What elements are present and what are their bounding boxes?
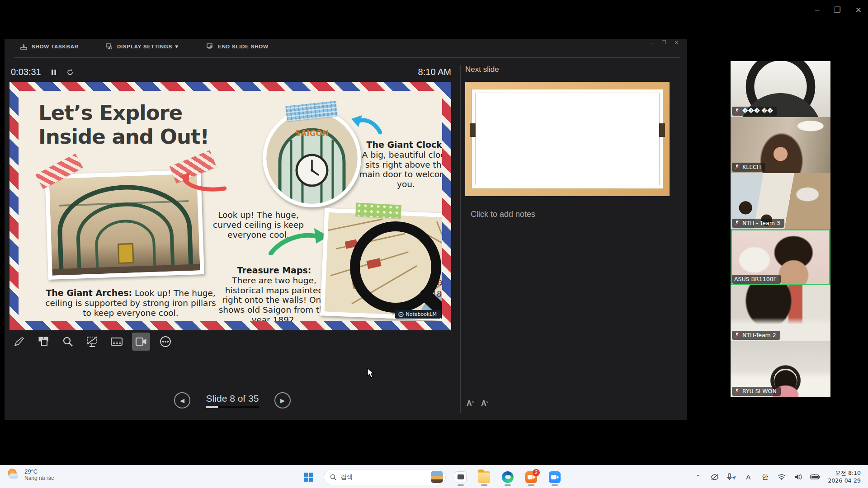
tray-time: 오전 8:10 [828,469,861,477]
next-slide-thumbnail[interactable] [465,82,670,196]
prev-arrow-icon: ◀ [180,397,184,404]
presenter-minimize-icon[interactable]: – [651,40,654,46]
ellipsis-icon [159,335,172,348]
frame-clip [470,123,476,137]
current-slide[interactable]: Let’s Explore Inside and Out! [9,82,451,330]
notebooklm-watermark: NotebookLM [395,310,441,319]
zoom-icon [549,471,561,483]
toolbar-separator [14,57,680,58]
presenter-close-icon[interactable]: ✕ [675,40,679,46]
folder-icon [478,471,490,483]
participant-video-tile[interactable]: RYU SI WON [731,341,830,397]
notebooklm-icon [398,312,404,317]
restart-timer-icon[interactable] [66,69,74,76]
search-placeholder: 검색 [340,473,427,481]
display-settings-label: DISPLAY SETTINGS ▼ [117,44,179,49]
mic-location-icon[interactable] [725,469,738,485]
ime-korean-indicator[interactable]: 한 [758,469,772,485]
windows-taskbar: 29°C Nắng rải rác 검색 [0,465,868,488]
do-not-disturb-icon[interactable] [708,469,722,485]
minimize-icon[interactable]: – [815,5,819,15]
clock-caption: The Giant Clock: A big, beautiful clock … [359,140,442,189]
next-slide-button[interactable]: ▶ [274,392,291,408]
participant-name: ASUS BR1100F [734,276,777,282]
subtitles-button[interactable] [108,333,126,351]
weather-widget[interactable]: 29°C Nắng rải rác [6,468,54,481]
weather-temp: 29°C [24,468,54,475]
presenter-view-window: SHOW TASKBAR DISPLAY SETTINGS ▼ END SLID… [5,39,687,420]
participant-video-tile-active-speaker[interactable]: ASUS BR1100F [731,229,830,285]
subtitles-icon [110,336,123,347]
decrease-font-button[interactable]: A˅ [481,399,488,408]
taskbar-file-explorer[interactable] [476,468,493,486]
taskbar-zoom-notify[interactable]: 2 [523,468,540,486]
muted-mic-icon [734,108,740,114]
show-taskbar-label: SHOW TASKBAR [32,44,79,49]
participant-name: NTH - Team 3 [742,220,780,226]
see-all-slides-button[interactable] [34,333,52,351]
tray-clock[interactable]: 오전 8:10 2026-04-29 [825,469,863,486]
presenter-window-controls: – ❐ ✕ [651,40,679,46]
svg-text:SAIGON: SAIGON [295,129,329,138]
display-settings-icon [106,43,113,50]
slide-title: Let’s Explore Inside and Out! [38,101,209,149]
taskbar-icon [20,44,27,50]
muted-mic-icon [734,220,740,226]
search-icon [330,474,336,480]
next-slide-paper [472,89,663,189]
participant-video-tile[interactable]: ��� �� [731,61,830,117]
ime-latin-indicator[interactable]: A [741,469,755,485]
end-slide-show-button[interactable]: END SLIDE SHOW [207,43,269,50]
magnifier-icon [62,336,74,347]
start-button[interactable] [300,468,317,486]
end-show-icon [207,43,213,50]
participant-name: NTH-Team 2 [742,332,776,338]
battery-icon[interactable] [808,469,822,485]
taskbar-app-window[interactable] [452,468,469,486]
participant-video-tile[interactable]: NTH - Team 3 [731,173,830,229]
search-highlight-image [431,471,443,483]
pen-tool-button[interactable] [10,333,28,351]
camera-toggle-button[interactable] [132,333,150,351]
display-settings-button[interactable]: DISPLAY SETTINGS ▼ [106,43,179,50]
restore-icon[interactable]: ❐ [834,5,841,15]
participant-video-tile[interactable]: NTH-Team 2 [731,285,830,341]
taskbar-zoom[interactable] [546,468,563,486]
blue-arrow [349,114,382,138]
pause-timer-icon[interactable] [51,69,57,75]
previous-slide-button[interactable]: ◀ [174,392,190,408]
current-time: 8:10 AM [402,67,451,77]
magnifying-glass [345,216,442,321]
timer-elapsed: 0:03:31 [11,67,41,77]
show-taskbar-button[interactable]: SHOW TASKBAR [20,44,79,50]
edge-icon [502,471,514,483]
notification-badge: 2 [533,469,540,476]
participant-name: ��� �� [742,108,773,114]
slides-grid-icon [38,336,49,347]
weather-condition: Nắng rải rác [24,475,54,481]
slide-canvas: Let’s Explore Inside and Out! [19,91,442,321]
slide-navigation: ◀ Slide 8 of 35 ▶ [5,392,460,408]
end-slide-show-label: END SLIDE SHOW [218,44,269,49]
increase-font-button[interactable]: A˄ [467,399,474,408]
presenter-toolbar: SHOW TASKBAR DISPLAY SETTINGS ▼ END SLID… [20,43,269,50]
pane-divider [460,65,461,413]
taskbar-edge[interactable] [499,468,516,486]
participant-name: RYU SI WON [742,388,777,394]
volume-icon[interactable] [792,469,805,485]
wifi-icon[interactable] [775,469,788,485]
green-arrow [268,223,330,255]
notes-font-controls: A˄ A˅ [467,399,488,408]
presenter-restore-icon[interactable]: ❐ [662,40,666,46]
more-options-button[interactable] [156,333,175,351]
zoom-slide-button[interactable] [59,333,77,351]
search-box[interactable]: 검색 [324,469,446,485]
notes-field[interactable]: Click to add notes [471,210,535,219]
tray-chevron-up-icon[interactable]: ⌃ [691,469,705,485]
windows-logo-icon [304,473,313,482]
close-icon[interactable]: ✕ [855,5,862,15]
weather-icon [6,468,20,481]
annotation-toolbar [10,333,175,351]
participant-video-tile[interactable]: KLECH [731,117,830,173]
black-screen-button[interactable] [83,333,101,351]
